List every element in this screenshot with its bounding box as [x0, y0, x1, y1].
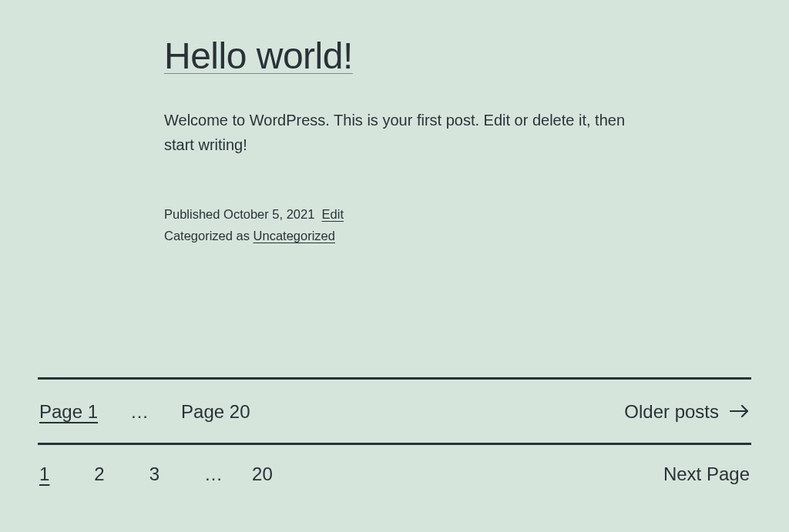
- page-num-20[interactable]: 20: [252, 463, 273, 485]
- pagination-current-page[interactable]: Page 1: [39, 401, 98, 423]
- next-page-link[interactable]: Next Page: [663, 463, 750, 485]
- older-posts-label: Older posts: [624, 401, 719, 423]
- post-meta: Published October 5, 2021 Edit Categoriz…: [164, 203, 642, 246]
- arrow-right-icon: [730, 403, 750, 421]
- page-num-2[interactable]: 2: [94, 463, 104, 485]
- published-date: October 5, 2021: [223, 207, 314, 221]
- post-article: Hello world! Welcome to WordPress. This …: [164, 0, 642, 246]
- pagination-numeric: 1 2 3 … 20 Next Page: [38, 445, 751, 485]
- post-title-link[interactable]: Hello world!: [164, 35, 353, 76]
- pagination-ellipsis: …: [204, 463, 223, 485]
- page-num-3[interactable]: 3: [149, 463, 159, 485]
- pagination-wordform: Page 1 … Page 20 Older posts: [38, 377, 751, 445]
- post-excerpt: Welcome to WordPress. This is your first…: [164, 108, 642, 157]
- edit-link[interactable]: Edit: [322, 207, 344, 221]
- category-link[interactable]: Uncategorized: [253, 229, 335, 243]
- post-title: Hello world!: [164, 35, 642, 77]
- page-num-1[interactable]: 1: [39, 463, 49, 485]
- published-prefix: Published: [164, 207, 223, 221]
- pagination-ellipsis: …: [130, 401, 149, 423]
- categorized-prefix: Categorized as: [164, 229, 253, 243]
- category-line: Categorized as Uncategorized: [164, 225, 642, 246]
- older-posts-link[interactable]: Older posts: [624, 401, 750, 423]
- published-line: Published October 5, 2021 Edit: [164, 203, 642, 225]
- pagination-last-page[interactable]: Page 20: [181, 401, 250, 423]
